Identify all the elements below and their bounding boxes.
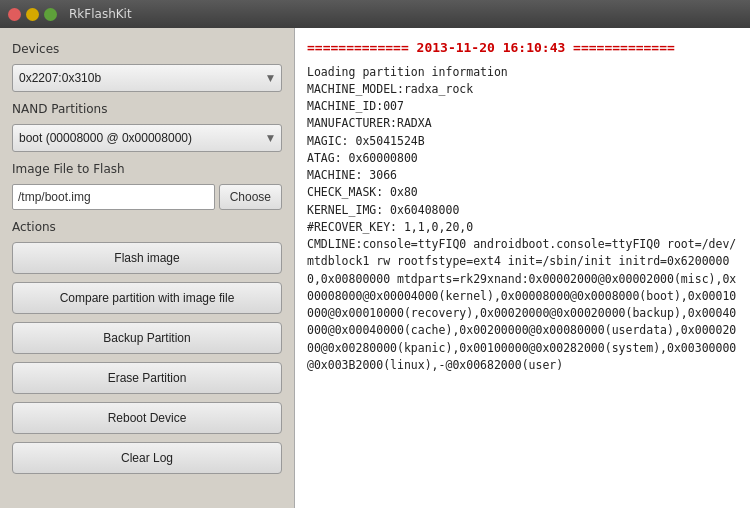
close-button[interactable]	[8, 8, 21, 21]
clear-log-button[interactable]: Clear Log	[12, 442, 282, 474]
maximize-button[interactable]	[44, 8, 57, 21]
log-panel: ============= 2013-11-20 16:10:43 ======…	[295, 28, 750, 508]
choose-button[interactable]: Choose	[219, 184, 282, 210]
log-content: Loading partition information MACHINE_MO…	[307, 64, 738, 375]
actions-label: Actions	[12, 220, 282, 234]
devices-select[interactable]: 0x2207:0x310b	[12, 64, 282, 92]
backup-partition-button[interactable]: Backup Partition	[12, 322, 282, 354]
image-file-row: Choose	[12, 184, 282, 210]
devices-select-wrapper[interactable]: 0x2207:0x310b	[12, 64, 282, 92]
title-bar: RkFlashKit	[0, 0, 750, 28]
nand-select[interactable]: boot (00008000 @ 0x00008000)	[12, 124, 282, 152]
minimize-button[interactable]	[26, 8, 39, 21]
main-window: Devices 0x2207:0x310b NAND Partitions bo…	[0, 28, 750, 508]
erase-partition-button[interactable]: Erase Partition	[12, 362, 282, 394]
left-panel: Devices 0x2207:0x310b NAND Partitions bo…	[0, 28, 295, 508]
devices-label: Devices	[12, 42, 282, 56]
log-timestamp: ============= 2013-11-20 16:10:43 ======…	[307, 38, 738, 58]
nand-label: NAND Partitions	[12, 102, 282, 116]
compare-partition-button[interactable]: Compare partition with image file	[12, 282, 282, 314]
flash-image-button[interactable]: Flash image	[12, 242, 282, 274]
window-title: RkFlashKit	[69, 7, 132, 21]
window-controls[interactable]	[8, 8, 57, 21]
nand-select-wrapper[interactable]: boot (00008000 @ 0x00008000)	[12, 124, 282, 152]
reboot-device-button[interactable]: Reboot Device	[12, 402, 282, 434]
image-file-input[interactable]	[12, 184, 215, 210]
image-label: Image File to Flash	[12, 162, 282, 176]
